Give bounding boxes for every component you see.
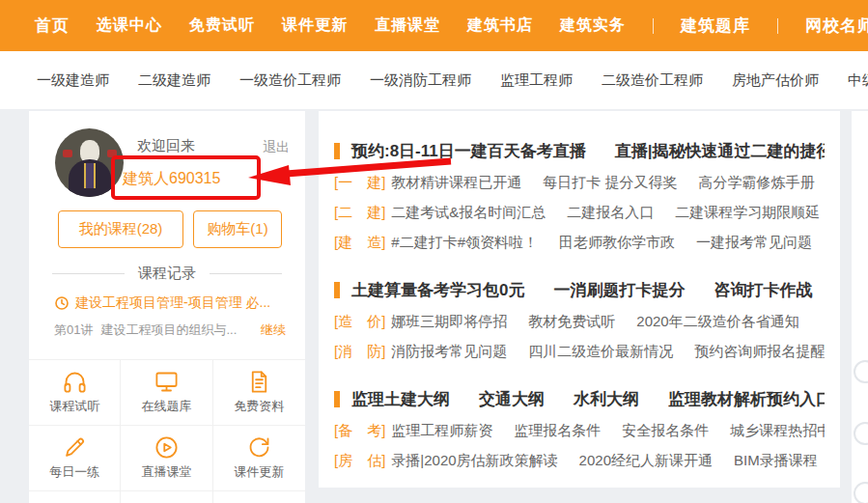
category-tag: [一 建] xyxy=(334,174,385,192)
news-link[interactable]: 二建课程学习期限顺延 xyxy=(675,204,820,222)
topnav-item-2[interactable]: 免费试听 xyxy=(189,15,255,36)
news-link[interactable]: 消防报考常见问题 xyxy=(391,343,507,361)
logout-link[interactable]: 退出 xyxy=(263,139,290,156)
quick-link-course-audition[interactable]: 课程试听 xyxy=(29,360,121,426)
news-section-3: 监理土建大纲交通大纲水利大纲监理教材解析预约入口[备 考]监理工程师薪资监理报名… xyxy=(334,388,825,470)
news-row: [二 建]二建考试&报名时间汇总二建报名入口二建课程学习期限顺延 xyxy=(334,204,825,222)
last-watched-course-link[interactable]: 建设工程项目管理-项目管理 必... xyxy=(54,294,286,312)
category-tag: [造 价] xyxy=(334,313,385,331)
quick-link-partial-2[interactable] xyxy=(121,491,212,503)
news-link[interactable]: 2020年二级造价各省通知 xyxy=(636,313,798,331)
headline-link[interactable]: 一消刷题打卡提分 xyxy=(553,279,685,301)
headline-link[interactable]: 直播|揭秘快速通过二建的捷径 xyxy=(615,140,825,162)
news-link[interactable]: 教材免费试听 xyxy=(528,313,615,331)
quick-link-live-classroom[interactable]: 直播课堂 xyxy=(121,426,212,491)
category-tag: [建 造] xyxy=(334,234,385,252)
news-link[interactable]: 教材精讲课程已开通 xyxy=(391,174,521,192)
headline-link[interactable]: 咨询打卡作战 xyxy=(714,279,812,301)
quick-link-online-questions[interactable]: 在线题库 xyxy=(121,360,212,426)
news-link[interactable]: 娜班三期即将停招 xyxy=(391,313,507,331)
news-link[interactable]: 预约咨询师报名提醒 xyxy=(694,343,825,361)
cart-button[interactable]: 购物车(1) xyxy=(193,210,282,248)
exam-category-navigation: 一级建造师二级建造师一级造价工程师一级消防工程师监理工程师二级造价工程师房地产估… xyxy=(0,51,868,109)
news-link[interactable]: 监理报名条件 xyxy=(514,422,601,440)
play-icon xyxy=(154,434,180,461)
news-section-1: 预约:8日-11日一建百天备考直播直播|揭秘快速通过二建的捷径[一 建]教材精讲… xyxy=(334,140,825,252)
nav-divider xyxy=(777,18,778,34)
subnav-item-1[interactable]: 二级建造师 xyxy=(138,71,210,90)
quick-link-partial-3[interactable] xyxy=(213,491,305,503)
news-row: [一 建]教材精讲课程已开通每日打卡 提分又得奖高分学霸修炼手册 xyxy=(334,174,825,192)
headphones-icon xyxy=(62,369,88,395)
news-link[interactable]: 2020经纪人新课开通 xyxy=(579,452,713,470)
news-link[interactable]: 安全报名条件 xyxy=(622,422,709,440)
headline-marker xyxy=(334,282,340,298)
subnav-item-7[interactable]: 中级安全师 xyxy=(848,71,868,90)
news-section-2: 土建算量备考学习包0元一消刷题打卡提分咨询打卡作战[造 价]娜班三期即将停招教材… xyxy=(334,279,825,361)
news-row: [备 考]监理工程师薪资监理报名条件安全报名条件城乡课程热招中 xyxy=(334,422,825,440)
subnav-item-6[interactable]: 房地产估价师 xyxy=(732,71,819,90)
headline-link[interactable]: 土建算量备考学习包0元 xyxy=(351,279,524,301)
pencil-icon xyxy=(62,434,88,461)
topnav-item-5[interactable]: 建筑书店 xyxy=(467,15,533,36)
topnav-item-8[interactable]: 网校名师 xyxy=(805,14,868,37)
news-link[interactable]: 二建报名入口 xyxy=(567,204,654,222)
course-record-divider: 课程记录 xyxy=(52,264,282,283)
right-column-stub xyxy=(852,111,868,503)
headline-link[interactable]: 监理土建大纲 xyxy=(351,388,450,410)
my-courses-button[interactable]: 我的课程(28) xyxy=(58,210,183,248)
headline-link[interactable]: 水利大纲 xyxy=(574,388,639,410)
quick-link-label: 免费资料 xyxy=(234,398,284,415)
topnav-item-7[interactable]: 建筑题库 xyxy=(681,14,750,37)
lesson-number: 第01讲 xyxy=(54,321,93,339)
subnav-item-5[interactable]: 二级造价工程师 xyxy=(602,71,703,90)
news-link[interactable]: 二建考试&报名时间汇总 xyxy=(391,204,546,222)
headline-row: 预约:8日-11日一建百天备考直播直播|揭秘快速通过二建的捷径 xyxy=(334,140,825,162)
top-navigation: 首页选课中心免费试听课件更新直播课堂建筑书店建筑实务建筑题库网校名师新人有礼 xyxy=(0,0,868,51)
quick-link-courseware-update[interactable]: 课件更新 xyxy=(213,426,305,491)
avatar[interactable] xyxy=(55,128,124,197)
topnav-item-1[interactable]: 选课中心 xyxy=(97,15,162,36)
quick-links-grid: 课程试听在线题库免费资料每日一练直播课堂课件更新 xyxy=(29,359,305,503)
quick-link-free-materials[interactable]: 免费资料 xyxy=(213,360,305,426)
subnav-item-4[interactable]: 监理工程师 xyxy=(500,71,573,90)
headline-link[interactable]: 监理教材解析预约入口 xyxy=(668,388,825,410)
avatar-decoration xyxy=(63,150,72,157)
news-link[interactable]: 监理工程师薪资 xyxy=(391,422,492,440)
quick-link-label: 课件更新 xyxy=(234,463,284,481)
category-tag: [房 估] xyxy=(334,452,385,470)
news-link[interactable]: 一建报考常见问题 xyxy=(696,234,812,252)
subnav-item-2[interactable]: 一级造价工程师 xyxy=(239,71,341,90)
headline-link[interactable]: 交通大纲 xyxy=(479,388,545,410)
news-link[interactable]: 四川二级造价最新情况 xyxy=(528,343,673,361)
quick-link-partial-1[interactable] xyxy=(29,491,121,503)
refresh-icon xyxy=(246,434,272,461)
news-link[interactable]: 城乡课程热招中 xyxy=(730,422,825,440)
monitor-icon xyxy=(154,369,180,395)
avatar-decoration xyxy=(84,163,96,188)
username-link[interactable]: 建筑人690315 xyxy=(123,169,220,189)
subnav-item-3[interactable]: 一级消防工程师 xyxy=(370,71,471,90)
continue-link[interactable]: 继续 xyxy=(261,321,286,339)
topnav-item-3[interactable]: 课件更新 xyxy=(282,15,348,36)
headline-link[interactable]: 预约:8日-11日一建百天备考直播 xyxy=(351,140,586,162)
news-panel: 预约:8日-11日一建百天备考直播直播|揭秘快速通过二建的捷径[一 建]教材精讲… xyxy=(319,111,840,488)
topnav-item-4[interactable]: 直播课堂 xyxy=(375,15,440,36)
last-watched-lesson: 第01讲 建设工程项目的组织与... 继续 xyxy=(54,321,286,339)
news-link[interactable]: 高分学霸修炼手册 xyxy=(699,174,815,192)
divider-line xyxy=(52,273,125,274)
news-link[interactable]: 田老师教你学市政 xyxy=(559,234,675,252)
topnav-item-6[interactable]: 建筑实务 xyxy=(560,15,626,36)
news-link[interactable]: 每日打卡 提分又得奖 xyxy=(543,174,677,192)
news-link[interactable]: BIM录播课程 xyxy=(734,452,818,470)
quick-link-label: 课程试听 xyxy=(49,398,99,415)
topnav-item-0[interactable]: 首页 xyxy=(35,14,70,37)
subnav-item-0[interactable]: 一级建造师 xyxy=(37,71,109,90)
stub-circle-icon xyxy=(854,422,868,445)
headline-marker xyxy=(334,143,340,159)
headline-marker xyxy=(334,391,340,407)
lesson-title: 建设工程项目的组织与... xyxy=(100,321,253,339)
quick-link-daily-practice[interactable]: 每日一练 xyxy=(29,426,121,491)
news-link[interactable]: #二建打卡#领资料啦！ xyxy=(391,234,538,252)
news-link[interactable]: 录播|2020房估新政策解读 xyxy=(391,452,557,470)
